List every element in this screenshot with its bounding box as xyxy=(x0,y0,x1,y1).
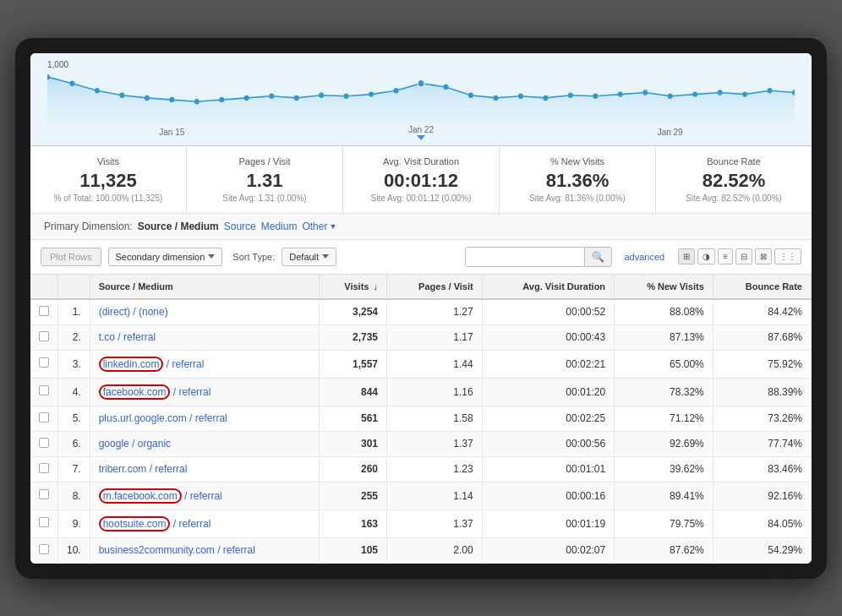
stat-visits-label: Visits xyxy=(39,156,178,166)
chart-area: 1,000 xyxy=(30,53,812,146)
device-frame: 1,000 xyxy=(15,38,827,579)
chart-date-jan29: Jan 29 xyxy=(658,128,683,137)
row-pct-new: 78.32% xyxy=(615,378,714,406)
source-medium-link[interactable]: plus.url.google.com / referral xyxy=(99,412,227,424)
row-pages-visit: 1.37 xyxy=(387,510,483,537)
svg-point-17 xyxy=(468,92,473,97)
source-medium-link[interactable]: t.co / referral xyxy=(99,331,156,343)
svg-point-24 xyxy=(642,90,648,95)
medium-link[interactable]: Medium xyxy=(261,221,298,232)
svg-point-26 xyxy=(692,91,697,96)
row-checkbox[interactable] xyxy=(39,544,49,554)
row-checkbox-cell xyxy=(30,350,58,378)
source-medium-link[interactable]: google / organic xyxy=(99,438,171,450)
stat-avg-value: 00:01:12 xyxy=(352,170,490,192)
circled-source[interactable]: facebook.com xyxy=(99,384,171,400)
view-custom-button[interactable]: ⋮⋮ xyxy=(774,248,801,264)
search-button[interactable]: 🔍 xyxy=(584,248,611,266)
col-pct-new: % New Visits xyxy=(615,275,714,299)
source-medium-link[interactable]: business2community.com / referral xyxy=(99,544,255,556)
row-checkbox[interactable] xyxy=(39,489,49,499)
row-pages-visit: 2.00 xyxy=(387,537,483,563)
sort-arrow xyxy=(322,254,329,259)
svg-point-3 xyxy=(119,92,124,97)
row-checkbox-cell xyxy=(30,456,58,482)
row-pct-new: 79.75% xyxy=(615,510,714,537)
view-pie-button[interactable]: ◑ xyxy=(697,248,715,264)
search-input[interactable] xyxy=(466,248,584,265)
row-checkbox[interactable] xyxy=(39,357,49,368)
row-bounce: 87.68% xyxy=(713,324,811,350)
row-checkbox[interactable] xyxy=(39,385,49,395)
stat-new-label: % New Visits xyxy=(508,156,647,166)
source-medium-link[interactable]: triberr.com / referral xyxy=(99,463,188,475)
svg-point-15 xyxy=(418,79,424,87)
table-row: 5.plus.url.google.com / referral5611.580… xyxy=(30,406,812,431)
row-checkbox[interactable] xyxy=(39,412,49,422)
view-pivot-button[interactable]: ⊠ xyxy=(755,248,772,264)
row-pct-new: 87.13% xyxy=(615,324,714,350)
advanced-link[interactable]: advanced xyxy=(624,252,664,262)
stat-avg-label: Avg. Visit Duration xyxy=(352,156,490,166)
svg-point-14 xyxy=(394,88,399,93)
row-pages-visit: 1.17 xyxy=(387,324,483,350)
row-number: 6. xyxy=(58,431,90,456)
table-row: 1.(direct) / (none)3,2541.2700:00:5288.0… xyxy=(30,299,812,325)
row-visits: 105 xyxy=(320,537,387,563)
view-compare-button[interactable]: ⊟ xyxy=(735,248,752,264)
stat-new-value: 81.36% xyxy=(508,170,647,192)
svg-point-5 xyxy=(169,96,174,101)
row-pct-new: 87.62% xyxy=(615,537,714,563)
col-source: Source / Medium xyxy=(90,275,319,299)
stat-new-sub: Site Avg: 81.36% (0.00%) xyxy=(508,194,647,203)
stat-visits: Visits 11,325 % of Total: 100.00% (11,32… xyxy=(30,146,187,213)
row-visits: 844 xyxy=(320,378,387,406)
chart-date-row: Jan 15 Jan 22 Jan 29 xyxy=(47,125,795,140)
row-checkbox[interactable] xyxy=(39,438,49,448)
stat-bounce-label: Bounce Rate xyxy=(664,156,803,166)
row-checkbox[interactable] xyxy=(39,463,49,473)
row-checkbox[interactable] xyxy=(39,517,49,527)
plot-rows-button[interactable]: Plot Rows xyxy=(41,248,101,266)
source-rest: / referral xyxy=(163,358,204,370)
svg-point-19 xyxy=(518,93,523,98)
svg-point-13 xyxy=(369,91,374,96)
stat-pages-sub: Site Avg: 1.31 (0.00%) xyxy=(195,194,334,203)
row-source: google / organic xyxy=(90,431,319,456)
sort-type-select[interactable]: Default xyxy=(282,248,336,266)
row-avg-visit: 00:00:16 xyxy=(482,482,614,510)
row-avg-visit: 00:02:21 xyxy=(482,350,614,378)
row-avg-visit: 00:01:01 xyxy=(482,456,614,482)
row-checkbox[interactable] xyxy=(39,306,49,316)
other-dropdown-arrow: ▼ xyxy=(329,222,336,231)
table-row: 10.business2community.com / referral1052… xyxy=(30,537,812,563)
row-pct-new: 65.00% xyxy=(615,350,714,378)
circled-source[interactable]: hootsuite.com xyxy=(99,516,171,532)
row-checkbox[interactable] xyxy=(39,331,49,341)
source-link[interactable]: Source xyxy=(224,221,256,232)
other-link[interactable]: Other ▼ xyxy=(302,221,336,232)
source-medium-link[interactable]: (direct) / (none) xyxy=(99,306,168,318)
svg-point-7 xyxy=(219,96,224,101)
data-table: Source / Medium Visits ↓ Pages / Visit A… xyxy=(30,275,812,564)
row-pages-visit: 1.58 xyxy=(387,406,483,431)
source-rest: / referral xyxy=(170,386,210,398)
row-pages-visit: 1.44 xyxy=(387,350,483,378)
sort-type-label: Sort Type: xyxy=(232,252,275,262)
table-row: 8.m.facebook.com / referral2551.1400:00:… xyxy=(30,482,812,510)
chart-y-label: 1,000 xyxy=(47,60,68,69)
row-avg-visit: 00:01:20 xyxy=(482,378,614,406)
circled-source[interactable]: m.facebook.com xyxy=(99,488,182,504)
source-rest: / referral xyxy=(182,490,222,502)
row-pages-visit: 1.23 xyxy=(387,456,483,482)
view-list-button[interactable]: ≡ xyxy=(718,248,733,264)
circled-source[interactable]: linkedin.com xyxy=(99,357,164,372)
stat-new-visits: % New Visits 81.36% Site Avg: 81.36% (0.… xyxy=(500,146,656,213)
secondary-dimension-select[interactable]: Secondary dimension xyxy=(108,248,223,266)
row-number: 2. xyxy=(58,324,90,350)
view-grid-button[interactable]: ⊞ xyxy=(678,248,695,264)
row-source: linkedin.com / referral xyxy=(90,350,319,378)
table-row: 9.hootsuite.com / referral1631.3700:01:1… xyxy=(30,510,812,537)
col-visits[interactable]: Visits ↓ xyxy=(320,275,387,299)
source-rest: / referral xyxy=(170,518,210,530)
